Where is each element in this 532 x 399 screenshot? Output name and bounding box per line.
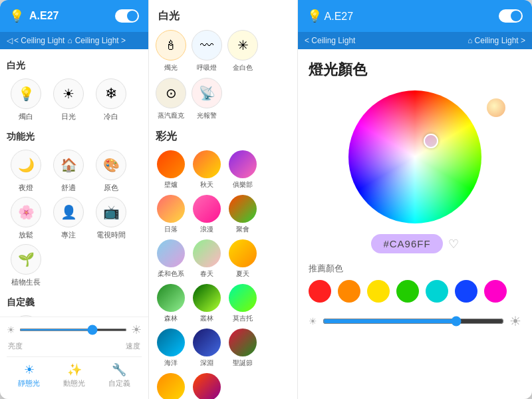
panel-color-picker: 💡 A.E27 < Ceiling Light ⌂ Ceiling Light … (298, 0, 532, 399)
recommended-color-3[interactable] (396, 280, 419, 303)
color-mode-icon-2 (229, 150, 257, 178)
color-mode-label-14: 聖誕節 (233, 358, 253, 368)
focus-icon: 👤 (53, 197, 84, 227)
custom-tab-label: 自定義 (108, 378, 130, 388)
recommended-color-4[interactable] (426, 280, 448, 303)
tab-custom[interactable]: 🔧 自定義 (96, 357, 142, 394)
mode-gold-white[interactable]: ✳ 金白色 (227, 30, 258, 72)
hex-value-badge[interactable]: #CA96FF (371, 234, 442, 253)
color-wheel-container[interactable] (309, 90, 521, 223)
color-mode-16[interactable]: 萬聖節 (192, 373, 222, 399)
color-mode-icon-5 (229, 195, 257, 223)
favorite-heart-icon[interactable]: ♡ (448, 237, 459, 251)
color-mode-4[interactable]: 浪漫 (192, 195, 222, 234)
slider-labels: 亮度 速度 (7, 341, 142, 351)
light-mode-candle[interactable]: 💡 燭白 (7, 78, 45, 122)
hex-row: #CA96FF ♡ (309, 234, 521, 253)
color-mode-label-6: 柔和色系 (158, 269, 184, 279)
p3-brightness-slider[interactable] (323, 316, 504, 327)
custom-tab-icon: 🔧 (112, 362, 126, 377)
dynamic-tab-label: 動態光 (63, 378, 85, 388)
recommended-color-0[interactable] (309, 280, 331, 303)
recommended-color-2[interactable] (367, 280, 390, 303)
color-mode-8[interactable]: 夏天 (227, 239, 258, 279)
color-mode-label-8: 夏天 (236, 269, 249, 279)
recommended-color-6[interactable] (484, 280, 507, 303)
mode-steampunk[interactable]: ⊙ 蒸汽龐克 (156, 78, 186, 120)
tab-static-light[interactable]: ☀ 靜態光 (7, 357, 52, 394)
color-mode-2[interactable]: 俱樂部 (227, 150, 258, 190)
p3-breadcrumb-right[interactable]: ⌂ Ceiling Light > (467, 36, 525, 45)
white-light-title: 白光 (7, 60, 142, 72)
p3-breadcrumb-left[interactable]: < Ceiling Light (305, 36, 355, 45)
color-mode-icon-14 (229, 329, 257, 356)
brightness-slider[interactable] (19, 329, 127, 331)
color-mode-6[interactable]: 柔和色系 (156, 239, 186, 279)
color-mode-12[interactable]: 海洋 (156, 329, 186, 368)
recommended-color-5[interactable] (455, 280, 477, 303)
p3-brightness-row: ☀ ☀ (309, 313, 521, 329)
tab-dynamic-light[interactable]: ✨ 動態光 (52, 357, 97, 394)
func-focus[interactable]: 👤 專注 (49, 197, 88, 240)
panel3-breadcrumb: < Ceiling Light ⌂ Ceiling Light > (298, 32, 532, 49)
color-mode-15[interactable]: 拼燈節 (156, 373, 186, 399)
color-mode-0[interactable]: 壁爐 (156, 150, 186, 190)
func-plant[interactable]: 🌱 植物生長 (7, 244, 45, 287)
color-mode-11[interactable]: 莫吉托 (227, 284, 258, 323)
color-mode-5[interactable]: 聚會 (227, 195, 258, 234)
func-original[interactable]: 🎨 原色 (92, 150, 130, 193)
color-mode-label-13: 深淵 (200, 358, 213, 368)
color-mode-3[interactable]: 日落 (156, 195, 186, 234)
daylight-label: 日光 (61, 112, 76, 122)
color-mode-icon-6 (157, 239, 185, 267)
tv-icon: 📺 (96, 197, 126, 227)
functional-light-title: 功能光 (7, 131, 142, 143)
color-mode-13[interactable]: 深淵 (192, 329, 222, 368)
light-mode-daylight[interactable]: ☀ 日光 (49, 78, 88, 122)
candle-label: 燭白 (19, 112, 33, 122)
func-tv[interactable]: 📺 電視時間 (92, 197, 130, 240)
brightness-label: 亮度 (8, 341, 23, 351)
color-mode-14[interactable]: 聖誕節 (227, 329, 258, 368)
breadcrumb-left[interactable]: ◁ < Ceiling Light (7, 36, 65, 45)
color-mode-1[interactable]: 秋天 (192, 150, 222, 190)
original-icon: 🎨 (96, 150, 126, 180)
comfort-icon: 🏠 (53, 150, 84, 180)
panel-modes: 白光 🕯 燭光 〰 呼吸燈 ✳ 金白色 ⊙ 蒸汽龐克 (149, 0, 298, 399)
gold-white-icon: ✳ (227, 30, 258, 61)
power-toggle[interactable] (115, 9, 139, 23)
static-tab-icon: ☀ (24, 362, 35, 377)
mode-breath[interactable]: 〰 呼吸燈 (192, 30, 222, 72)
color-mode-icon-10 (193, 284, 221, 312)
p3-power-toggle[interactable] (499, 9, 523, 23)
brightness-min-icon: ☀ (7, 325, 15, 335)
breath-icon: 〰 (192, 30, 222, 61)
breadcrumb-right[interactable]: ⌂ Ceiling Light > (67, 36, 126, 45)
light-mode-cool[interactable]: ❄ 冷白 (92, 78, 130, 122)
panel2-content: 🕯 燭光 〰 呼吸燈 ✳ 金白色 ⊙ 蒸汽龐克 📡 光報警 (149, 30, 297, 399)
color-mode-icon-8 (229, 239, 257, 267)
candle-flame-icon: 🕯 (156, 30, 186, 61)
bulb-icon: 💡 (9, 9, 24, 23)
func-relax[interactable]: 🌸 放鬆 (7, 197, 45, 240)
color-wheel-cursor[interactable] (424, 134, 438, 148)
color-mode-icon-13 (193, 329, 221, 356)
color-mode-label-0: 壁爐 (164, 180, 178, 190)
color-mode-10[interactable]: 叢林 (192, 284, 222, 323)
color-mode-icon-1 (193, 150, 221, 178)
panel1-header: 💡 A.E27 (0, 0, 148, 32)
color-mode-icon-9 (157, 284, 185, 312)
mode-candle-flame[interactable]: 🕯 燭光 (156, 30, 186, 72)
mode-alert[interactable]: 📡 光報警 (192, 78, 222, 120)
color-mode-9[interactable]: 森林 (156, 284, 186, 323)
color-mode-label-4: 浪漫 (200, 225, 213, 234)
color-mode-label-9: 森林 (164, 314, 178, 323)
func-comfort[interactable]: 🏠 舒適 (49, 150, 88, 193)
arrow-left-icon: ◁ (7, 36, 13, 45)
color-wheel[interactable] (348, 90, 481, 223)
func-night[interactable]: 🌙 夜燈 (7, 150, 45, 193)
recommended-color-1[interactable] (338, 280, 360, 303)
color-mode-icon-16 (193, 373, 221, 399)
panel3-content: 燈光顏色 #CA96FF ♡ 推薦顏色 ☀ ☀ (298, 49, 532, 399)
color-mode-7[interactable]: 春天 (192, 239, 222, 279)
